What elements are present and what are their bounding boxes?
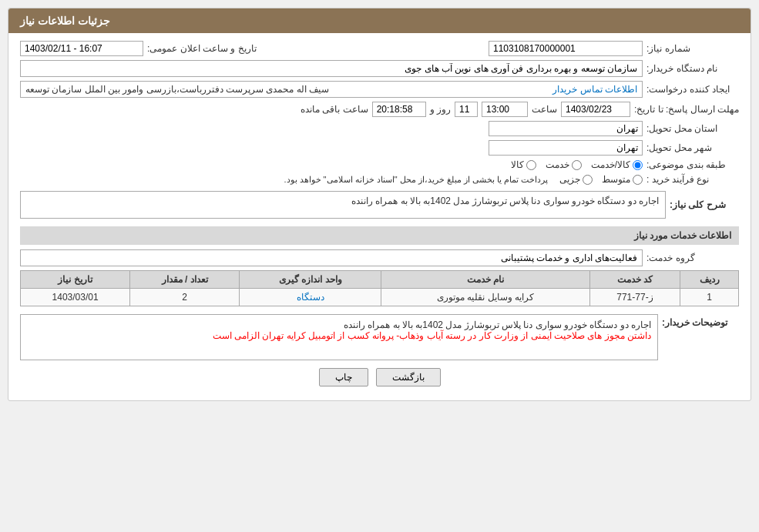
col-row: ردیف <box>680 271 739 289</box>
need-number-input[interactable] <box>489 41 643 56</box>
description-label: شرح کلی نیاز: <box>670 199 739 210</box>
date-input[interactable] <box>20 41 143 56</box>
buyer-name-label: نام دستگاه خریدار: <box>646 63 739 74</box>
city-label: شهر محل تحویل: <box>646 142 739 153</box>
button-row: بازگشت چاپ <box>20 368 739 386</box>
service-group-input[interactable] <box>20 249 643 266</box>
purchase-jozi-radio[interactable] <box>583 175 593 185</box>
purchase-motavaset-radio[interactable] <box>633 175 643 185</box>
col-date: تاریخ نیاز <box>21 271 130 289</box>
deadline-date-input[interactable] <box>561 102 630 117</box>
col-name: نام خدمت <box>381 271 589 289</box>
col-unit: واحد اندازه گیری <box>240 271 381 289</box>
services-table: ردیف کد خدمت نام خدمت واحد اندازه گیری ت… <box>20 270 739 306</box>
buyer-notes-line1: اجاره دو دستگاه خودرو سواری دنا پلاس ترب… <box>27 320 651 330</box>
back-button[interactable]: بازگشت <box>376 368 441 386</box>
buyer-notes-box: اجاره دو دستگاه خودرو سواری دنا پلاس ترب… <box>20 314 658 360</box>
services-section-title: اطلاعات خدمات مورد نیاز <box>20 226 739 245</box>
col-qty: تعداد / مقدار <box>130 271 240 289</box>
deadline-day-input[interactable] <box>455 102 478 117</box>
category-khedmat-radio[interactable] <box>572 160 582 170</box>
category-kala-khedmat-label: کالا/خدمت <box>591 159 630 170</box>
cell-row: 1 <box>680 289 739 306</box>
service-group-label: گروه خدمت: <box>646 253 739 263</box>
cell-unit: دستگاه <box>240 289 381 306</box>
cell-code: ز-77-771 <box>589 289 680 306</box>
print-button[interactable]: چاپ <box>319 368 368 386</box>
deadline-day-label: روز و <box>430 104 451 115</box>
category-radio-group: کالا/خدمت خدمت کالا <box>511 159 643 170</box>
description-value: اجاره دو دستگاه خودرو سواری دنا پلاس ترب… <box>20 191 666 219</box>
page-title: جزئیات اطلاعات نیاز <box>20 15 110 27</box>
buyer-notes-label: توضیحات خریدار: <box>662 314 739 328</box>
col-code: کد خدمت <box>589 271 680 289</box>
buyer-notes-line2: داشتن مجوز های صلاحیت ایمنی از وزارت کار… <box>27 330 651 341</box>
cell-date: 1403/03/01 <box>21 289 130 306</box>
category-kala-radio[interactable] <box>526 160 536 170</box>
purchase-note: پرداخت تمام یا بخشی از مبلغ خرید،از محل … <box>284 175 548 185</box>
deadline-label: مهلت ارسال پاسخ: تا تاریخ: <box>634 104 739 115</box>
table-row: 1 ز-77-771 کرایه وسایل نقلیه موتوری دستگ… <box>21 289 739 306</box>
purchase-jozi-label: جزیی <box>559 174 580 185</box>
category-kala-label: کالا <box>511 159 524 170</box>
deadline-remaining-label: ساعت باقی مانده <box>301 104 368 115</box>
purchase-motavaset-label: متوسط <box>602 174 630 185</box>
creator-value: سیف اله محمدی سرپرست دفتررباست،بازرسی وا… <box>25 84 329 95</box>
page-header: جزئیات اطلاعات نیاز <box>8 8 751 33</box>
category-kala-khedmat-radio[interactable] <box>633 160 643 170</box>
cell-qty: 2 <box>130 289 240 306</box>
need-number-label: شماره نیاز: <box>646 43 739 54</box>
date-label: تاریخ و ساعت اعلان عمومی: <box>147 43 257 54</box>
province-label: استان محل تحویل: <box>646 123 739 134</box>
creator-label: ایجاد کننده درخواست: <box>646 84 739 95</box>
purchase-type-radio-group: متوسط جزیی <box>559 174 643 185</box>
category-khedmat-label: خدمت <box>546 159 569 170</box>
buyer-name-input[interactable] <box>20 60 643 77</box>
deadline-time-label: ساعت <box>532 104 557 115</box>
category-label: طبقه بندی موضوعی: <box>646 159 739 170</box>
deadline-time-input[interactable] <box>482 102 528 117</box>
cell-name: کرایه وسایل نقلیه موتوری <box>381 289 589 306</box>
city-input[interactable] <box>489 140 643 156</box>
creator-contact-link[interactable]: اطلاعات تماس خریدار <box>552 84 637 95</box>
purchase-type-label: نوع فرآیند خرید : <box>646 174 739 185</box>
province-input[interactable] <box>489 121 643 136</box>
deadline-remaining-input[interactable] <box>372 102 426 117</box>
